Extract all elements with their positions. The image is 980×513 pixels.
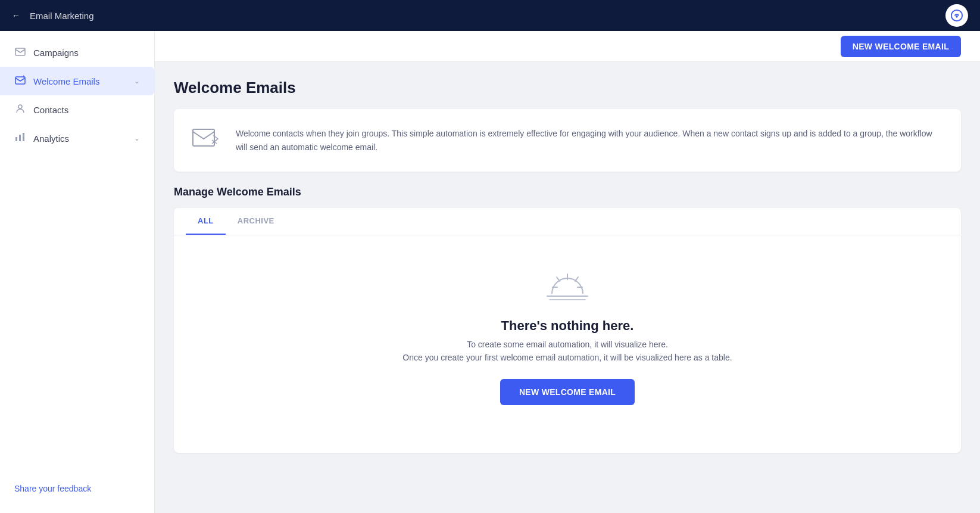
empty-state: There's nothing here. To create some ema… (174, 235, 961, 453)
page-title: Welcome Emails (174, 79, 961, 97)
manage-section-title: Manage Welcome Emails (174, 186, 961, 198)
campaigns-icon (14, 46, 26, 58)
contacts-icon (14, 104, 26, 116)
svg-rect-3 (15, 77, 25, 84)
sidebar-item-campaigns-label: Campaigns (33, 48, 79, 58)
svg-rect-6 (19, 135, 21, 141)
tab-archive[interactable]: ARCHIVE (226, 208, 286, 235)
tab-all[interactable]: ALL (186, 208, 226, 235)
logo-icon (945, 4, 968, 27)
sidebar-item-contacts-label: Contacts (33, 105, 68, 115)
sidebar-item-welcome-emails-label: Welcome Emails (33, 76, 99, 86)
sidebar-item-contacts[interactable]: Contacts (0, 95, 154, 124)
main-content: NEW WELCOME EMAIL Welcome Emails Welcome… (155, 31, 980, 513)
welcome-emails-chevron: ⌄ (134, 77, 140, 85)
content-area: Welcome Emails Welcome contacts when the… (155, 62, 980, 513)
top-nav: ← Email Marketing (0, 0, 980, 31)
sidebar-item-analytics[interactable]: Analytics ⌄ (0, 124, 154, 153)
empty-state-title: There's nothing here. (501, 318, 634, 334)
new-welcome-email-center-button[interactable]: NEW WELCOME EMAIL (500, 379, 635, 405)
svg-rect-7 (23, 133, 24, 141)
analytics-chevron: ⌄ (134, 134, 140, 142)
sidebar-feedback: Share your feedback (0, 474, 154, 503)
svg-rect-2 (15, 48, 25, 55)
info-card: Welcome contacts when they join groups. … (174, 109, 961, 172)
empty-state-subtitle: To create some email automation, it will… (467, 340, 668, 349)
back-button[interactable]: ← (12, 11, 20, 20)
sidebar-item-welcome-emails[interactable]: Welcome Emails ⌄ (0, 67, 154, 95)
analytics-icon (14, 132, 26, 144)
sidebar: Campaigns Welcome Emails ⌄ Contacts (0, 31, 155, 513)
info-card-text: Welcome contacts when they join groups. … (236, 127, 944, 154)
empty-state-sub2: Once you create your first welcome email… (402, 353, 732, 362)
svg-rect-8 (193, 129, 214, 146)
svg-rect-5 (15, 137, 17, 141)
nav-title: Email Marketing (30, 11, 94, 21)
feedback-link[interactable]: Share your feedback (14, 484, 91, 493)
welcome-emails-icon (14, 75, 26, 87)
info-card-icon (191, 123, 221, 157)
sidebar-item-analytics-label: Analytics (33, 133, 69, 144)
svg-point-1 (956, 15, 958, 18)
tabs-container: ALL ARCHIVE (174, 208, 961, 453)
main-header: NEW WELCOME EMAIL (155, 31, 980, 62)
new-welcome-email-header-button[interactable]: NEW WELCOME EMAIL (841, 36, 961, 57)
tabs: ALL ARCHIVE (174, 208, 961, 235)
empty-state-icon (544, 271, 591, 306)
svg-point-4 (18, 105, 22, 108)
sidebar-item-campaigns[interactable]: Campaigns (0, 38, 154, 67)
